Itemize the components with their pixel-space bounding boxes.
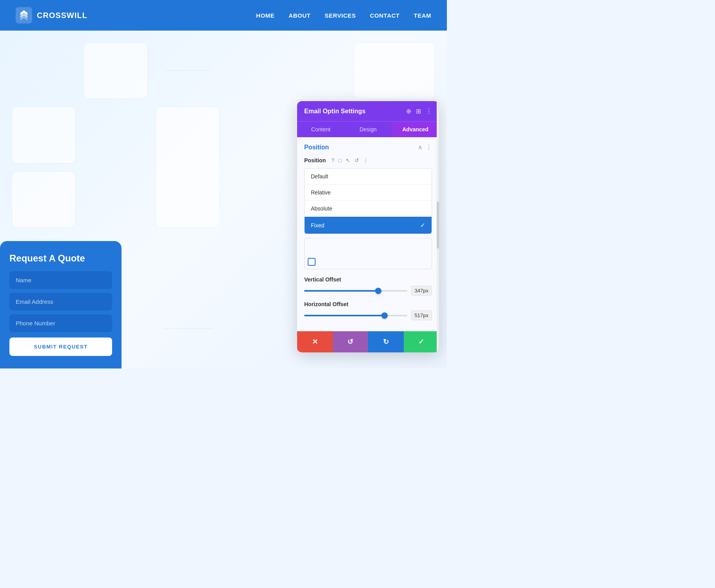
logo-text: CROSSWILL bbox=[37, 11, 87, 20]
tab-content[interactable]: Content bbox=[297, 122, 345, 137]
settings-panel: Email Optin Settings ⊕ ⊞ ⋮ Content Desig… bbox=[297, 101, 439, 352]
position-row: Position ? □ ↖ ↺ ⋮ bbox=[297, 156, 439, 168]
horizontal-offset-fill bbox=[304, 315, 385, 316]
settings-header-icons: ⊕ ⊞ ⋮ bbox=[406, 107, 432, 115]
settings-icon-more[interactable]: ⋮ bbox=[426, 107, 432, 115]
nav-links: HOME ABOUT SERVICES CONTACT TEAM bbox=[256, 12, 431, 19]
tab-design[interactable]: Design bbox=[345, 122, 392, 137]
grid-card bbox=[83, 42, 147, 99]
device-icon[interactable]: □ bbox=[338, 157, 341, 163]
vertical-offset-fill bbox=[304, 290, 378, 292]
logo-icon bbox=[16, 7, 32, 24]
position-indicator bbox=[308, 258, 316, 266]
logo-area: CROSSWILL bbox=[16, 7, 87, 24]
vertical-offset-label: Vertical Offset bbox=[304, 276, 432, 283]
horizontal-offset-label: Horizontal Offset bbox=[304, 301, 432, 307]
tab-advanced[interactable]: Advanced bbox=[392, 122, 439, 137]
horizontal-offset-thumb[interactable] bbox=[381, 312, 388, 319]
form-panel: Request A Quote SUBMIT REQUEST bbox=[0, 241, 122, 368]
grid-card bbox=[354, 42, 435, 99]
more-icon[interactable]: ⋮ bbox=[426, 143, 432, 151]
position-option-relative[interactable]: Relative bbox=[305, 185, 432, 201]
options-icon[interactable]: ⋮ bbox=[363, 157, 368, 163]
position-dropdown: Default Relative Absolute Fixed ✓ bbox=[304, 168, 432, 234]
position-option-fixed[interactable]: Fixed ✓ bbox=[305, 217, 432, 234]
action-buttons: ✕ ↺ ↻ ✓ bbox=[297, 331, 439, 352]
settings-header: Email Optin Settings ⊕ ⊞ ⋮ bbox=[297, 101, 439, 121]
nav-contact[interactable]: CONTACT bbox=[370, 12, 400, 19]
phone-input[interactable] bbox=[9, 314, 112, 332]
grid-card bbox=[156, 107, 220, 228]
undo-icon[interactable]: ↺ bbox=[354, 157, 359, 163]
nav-services[interactable]: SERVICES bbox=[325, 12, 356, 19]
position-visual bbox=[304, 238, 432, 269]
form-title: Request A Quote bbox=[9, 252, 112, 264]
name-input[interactable] bbox=[9, 271, 112, 289]
settings-body: Position ∧ ⋮ Position ? □ ↖ ↺ ⋮ Default … bbox=[297, 137, 439, 352]
section-title: Position bbox=[304, 144, 329, 151]
vertical-offset-thumb[interactable] bbox=[375, 288, 381, 294]
scrollbar[interactable] bbox=[437, 101, 439, 352]
nav-about[interactable]: ABOUT bbox=[289, 12, 310, 19]
settings-icon-target[interactable]: ⊕ bbox=[406, 107, 411, 115]
position-option-absolute[interactable]: Absolute bbox=[305, 201, 432, 217]
grid-card bbox=[163, 328, 211, 329]
horizontal-offset-row: 517px bbox=[304, 310, 432, 320]
cancel-button[interactable]: ✕ bbox=[297, 331, 333, 352]
nav-team[interactable]: TEAM bbox=[414, 12, 432, 19]
collapse-icon[interactable]: ∧ bbox=[418, 143, 423, 151]
slider-section: Vertical Offset 347px Horizontal Offset … bbox=[297, 273, 439, 331]
position-option-default[interactable]: Default bbox=[305, 169, 432, 185]
confirm-button[interactable]: ✓ bbox=[404, 331, 439, 352]
redo-button[interactable]: ↻ bbox=[368, 331, 404, 352]
grid-card bbox=[165, 70, 210, 71]
canvas: Request A Quote SUBMIT REQUEST Email Opt… bbox=[0, 31, 447, 368]
cursor-icon[interactable]: ↖ bbox=[346, 157, 350, 163]
selected-checkmark: ✓ bbox=[420, 221, 425, 229]
horizontal-offset-value: 517px bbox=[411, 310, 432, 320]
settings-title: Email Optin Settings bbox=[304, 108, 365, 115]
email-input[interactable] bbox=[9, 293, 112, 310]
reset-button[interactable]: ↺ bbox=[333, 331, 368, 352]
submit-button[interactable]: SUBMIT REQUEST bbox=[9, 338, 112, 356]
help-icon[interactable]: ? bbox=[331, 157, 334, 163]
position-label: Position bbox=[304, 157, 326, 163]
grid-card bbox=[12, 171, 76, 228]
horizontal-offset-track[interactable] bbox=[304, 315, 407, 316]
vertical-offset-value: 347px bbox=[411, 286, 432, 296]
scrollbar-thumb[interactable] bbox=[437, 201, 439, 249]
vertical-offset-track[interactable] bbox=[304, 290, 407, 292]
settings-icon-columns[interactable]: ⊞ bbox=[416, 107, 421, 115]
settings-tabs: Content Design Advanced bbox=[297, 121, 439, 137]
vertical-offset-row: 347px bbox=[304, 286, 432, 296]
section-header: Position ∧ ⋮ bbox=[297, 137, 439, 156]
section-header-icons: ∧ ⋮ bbox=[418, 143, 432, 151]
nav-home[interactable]: HOME bbox=[256, 12, 274, 19]
grid-card bbox=[12, 107, 76, 163]
header: CROSSWILL HOME ABOUT SERVICES CONTACT TE… bbox=[0, 0, 447, 31]
